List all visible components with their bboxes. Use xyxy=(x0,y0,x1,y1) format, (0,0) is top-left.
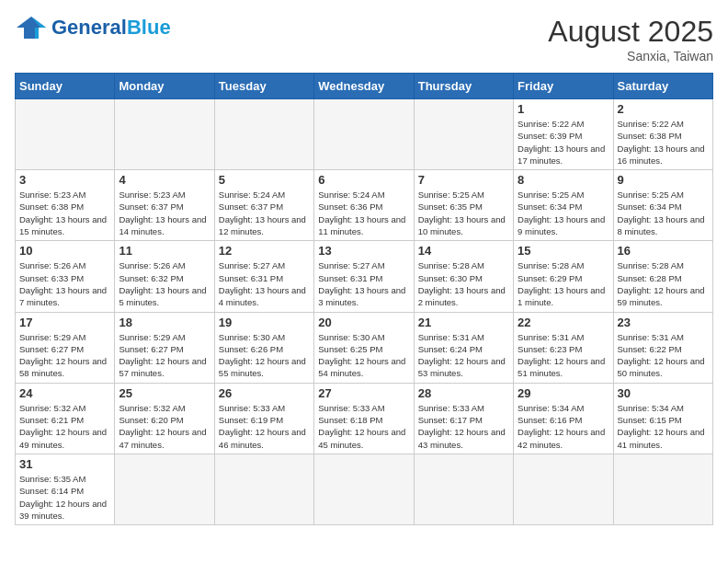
day-info: Sunrise: 5:25 AM Sunset: 6:34 PM Dayligh… xyxy=(618,189,709,237)
calendar-day-cell xyxy=(314,454,414,524)
day-number: 13 xyxy=(318,244,409,258)
calendar-day-cell: 17Sunrise: 5:29 AM Sunset: 6:27 PM Dayli… xyxy=(16,312,115,383)
day-info: Sunrise: 5:31 AM Sunset: 6:22 PM Dayligh… xyxy=(618,331,709,380)
day-info: Sunrise: 5:31 AM Sunset: 6:23 PM Dayligh… xyxy=(518,331,609,380)
calendar-day-cell: 31Sunrise: 5:35 AM Sunset: 6:14 PM Dayli… xyxy=(16,454,115,524)
day-info: Sunrise: 5:33 AM Sunset: 6:18 PM Dayligh… xyxy=(318,402,409,451)
day-info: Sunrise: 5:24 AM Sunset: 6:37 PM Dayligh… xyxy=(219,189,310,237)
day-info: Sunrise: 5:22 AM Sunset: 6:39 PM Dayligh… xyxy=(518,118,609,167)
day-info: Sunrise: 5:29 AM Sunset: 6:27 PM Dayligh… xyxy=(119,331,210,380)
day-number: 30 xyxy=(618,386,709,400)
calendar-day-cell: 23Sunrise: 5:31 AM Sunset: 6:22 PM Dayli… xyxy=(613,312,712,383)
day-number: 7 xyxy=(418,173,509,187)
day-number: 19 xyxy=(219,316,310,329)
page-header: GeneralBlue August 2025 Sanxia, Taiwan xyxy=(15,15,713,63)
day-info: Sunrise: 5:35 AM Sunset: 6:14 PM Dayligh… xyxy=(19,473,110,522)
day-info: Sunrise: 5:34 AM Sunset: 6:16 PM Dayligh… xyxy=(518,402,609,451)
calendar-week-row: 3Sunrise: 5:23 AM Sunset: 6:38 PM Daylig… xyxy=(16,170,713,241)
calendar-day-cell: 15Sunrise: 5:28 AM Sunset: 6:29 PM Dayli… xyxy=(514,241,613,312)
calendar-day-cell: 9Sunrise: 5:25 AM Sunset: 6:34 PM Daylig… xyxy=(613,170,712,241)
day-info: Sunrise: 5:22 AM Sunset: 6:38 PM Dayligh… xyxy=(618,118,709,167)
logo-text: GeneralBlue xyxy=(51,17,171,38)
day-info: Sunrise: 5:28 AM Sunset: 6:28 PM Dayligh… xyxy=(618,259,709,308)
calendar-day-cell: 26Sunrise: 5:33 AM Sunset: 6:19 PM Dayli… xyxy=(214,383,313,454)
calendar-week-row: 24Sunrise: 5:32 AM Sunset: 6:21 PM Dayli… xyxy=(16,383,713,454)
day-info: Sunrise: 5:27 AM Sunset: 6:31 PM Dayligh… xyxy=(318,259,409,308)
calendar-day-cell: 27Sunrise: 5:33 AM Sunset: 6:18 PM Dayli… xyxy=(314,383,414,454)
day-info: Sunrise: 5:28 AM Sunset: 6:29 PM Dayligh… xyxy=(518,259,609,308)
day-number: 4 xyxy=(119,173,210,187)
logo-icon xyxy=(15,15,48,40)
logo-blue: Blue xyxy=(127,16,171,39)
calendar-day-cell: 12Sunrise: 5:27 AM Sunset: 6:31 PM Dayli… xyxy=(214,241,313,312)
calendar-day-cell: 14Sunrise: 5:28 AM Sunset: 6:30 PM Dayli… xyxy=(414,241,513,312)
day-number: 27 xyxy=(318,386,409,400)
calendar-day-cell: 6Sunrise: 5:24 AM Sunset: 6:36 PM Daylig… xyxy=(314,170,414,241)
day-info: Sunrise: 5:24 AM Sunset: 6:36 PM Dayligh… xyxy=(318,189,409,237)
calendar-day-header: Tuesday xyxy=(214,74,313,99)
day-number: 16 xyxy=(618,244,709,258)
day-number: 14 xyxy=(418,244,509,258)
month-year-title: August 2025 xyxy=(548,15,713,49)
day-info: Sunrise: 5:28 AM Sunset: 6:30 PM Dayligh… xyxy=(418,259,509,308)
day-info: Sunrise: 5:25 AM Sunset: 6:34 PM Dayligh… xyxy=(518,189,609,237)
day-info: Sunrise: 5:31 AM Sunset: 6:24 PM Dayligh… xyxy=(418,331,509,380)
day-number: 22 xyxy=(518,316,609,329)
calendar-day-cell: 2Sunrise: 5:22 AM Sunset: 6:38 PM Daylig… xyxy=(613,99,712,170)
calendar-day-cell: 10Sunrise: 5:26 AM Sunset: 6:33 PM Dayli… xyxy=(16,241,115,312)
calendar-week-row: 31Sunrise: 5:35 AM Sunset: 6:14 PM Dayli… xyxy=(16,454,713,524)
calendar-day-header: Friday xyxy=(514,74,613,99)
day-number: 5 xyxy=(219,173,310,187)
calendar-day-cell: 13Sunrise: 5:27 AM Sunset: 6:31 PM Dayli… xyxy=(314,241,414,312)
calendar-day-cell xyxy=(613,454,712,524)
calendar-day-cell: 19Sunrise: 5:30 AM Sunset: 6:26 PM Dayli… xyxy=(214,312,313,383)
calendar-day-cell: 7Sunrise: 5:25 AM Sunset: 6:35 PM Daylig… xyxy=(414,170,513,241)
day-number: 2 xyxy=(618,102,709,116)
day-number: 15 xyxy=(518,244,609,258)
calendar-week-row: 10Sunrise: 5:26 AM Sunset: 6:33 PM Dayli… xyxy=(16,241,713,312)
calendar-day-cell: 3Sunrise: 5:23 AM Sunset: 6:38 PM Daylig… xyxy=(16,170,115,241)
calendar-day-cell: 28Sunrise: 5:33 AM Sunset: 6:17 PM Dayli… xyxy=(414,383,513,454)
day-number: 24 xyxy=(19,386,110,400)
calendar-day-header: Monday xyxy=(115,74,214,99)
calendar-day-cell xyxy=(115,454,214,524)
day-number: 10 xyxy=(19,244,110,258)
location-subtitle: Sanxia, Taiwan xyxy=(548,49,713,63)
calendar-day-cell: 4Sunrise: 5:23 AM Sunset: 6:37 PM Daylig… xyxy=(115,170,214,241)
calendar-day-cell xyxy=(214,454,313,524)
calendar-table: SundayMondayTuesdayWednesdayThursdayFrid… xyxy=(15,73,713,525)
calendar-day-cell: 18Sunrise: 5:29 AM Sunset: 6:27 PM Dayli… xyxy=(115,312,214,383)
day-number: 25 xyxy=(119,386,210,400)
calendar-day-cell xyxy=(414,454,513,524)
calendar-day-cell: 22Sunrise: 5:31 AM Sunset: 6:23 PM Dayli… xyxy=(514,312,613,383)
day-info: Sunrise: 5:33 AM Sunset: 6:19 PM Dayligh… xyxy=(219,402,310,451)
calendar-day-cell xyxy=(514,454,613,524)
calendar-day-cell: 21Sunrise: 5:31 AM Sunset: 6:24 PM Dayli… xyxy=(414,312,513,383)
day-info: Sunrise: 5:27 AM Sunset: 6:31 PM Dayligh… xyxy=(219,259,310,308)
calendar-day-cell: 24Sunrise: 5:32 AM Sunset: 6:21 PM Dayli… xyxy=(16,383,115,454)
calendar-day-cell xyxy=(115,99,214,170)
day-number: 29 xyxy=(518,386,609,400)
calendar-day-cell: 5Sunrise: 5:24 AM Sunset: 6:37 PM Daylig… xyxy=(214,170,313,241)
day-info: Sunrise: 5:32 AM Sunset: 6:21 PM Dayligh… xyxy=(19,402,110,451)
day-info: Sunrise: 5:30 AM Sunset: 6:26 PM Dayligh… xyxy=(219,331,310,380)
calendar-day-cell: 1Sunrise: 5:22 AM Sunset: 6:39 PM Daylig… xyxy=(514,99,613,170)
day-info: Sunrise: 5:23 AM Sunset: 6:37 PM Dayligh… xyxy=(119,189,210,237)
day-number: 3 xyxy=(19,173,110,187)
day-info: Sunrise: 5:26 AM Sunset: 6:33 PM Dayligh… xyxy=(19,259,110,308)
calendar-day-cell: 29Sunrise: 5:34 AM Sunset: 6:16 PM Dayli… xyxy=(514,383,613,454)
calendar-day-cell xyxy=(214,99,313,170)
calendar-day-cell: 16Sunrise: 5:28 AM Sunset: 6:28 PM Dayli… xyxy=(613,241,712,312)
day-number: 8 xyxy=(518,173,609,187)
calendar-day-cell: 8Sunrise: 5:25 AM Sunset: 6:34 PM Daylig… xyxy=(514,170,613,241)
calendar-day-cell xyxy=(314,99,414,170)
day-number: 17 xyxy=(19,316,110,329)
day-info: Sunrise: 5:26 AM Sunset: 6:32 PM Dayligh… xyxy=(119,259,210,308)
calendar-header-row: SundayMondayTuesdayWednesdayThursdayFrid… xyxy=(16,74,713,99)
day-number: 12 xyxy=(219,244,310,258)
calendar-day-cell: 20Sunrise: 5:30 AM Sunset: 6:25 PM Dayli… xyxy=(314,312,414,383)
calendar-week-row: 1Sunrise: 5:22 AM Sunset: 6:39 PM Daylig… xyxy=(16,99,713,170)
day-info: Sunrise: 5:25 AM Sunset: 6:35 PM Dayligh… xyxy=(418,189,509,237)
day-number: 6 xyxy=(318,173,409,187)
day-info: Sunrise: 5:33 AM Sunset: 6:17 PM Dayligh… xyxy=(418,402,509,451)
